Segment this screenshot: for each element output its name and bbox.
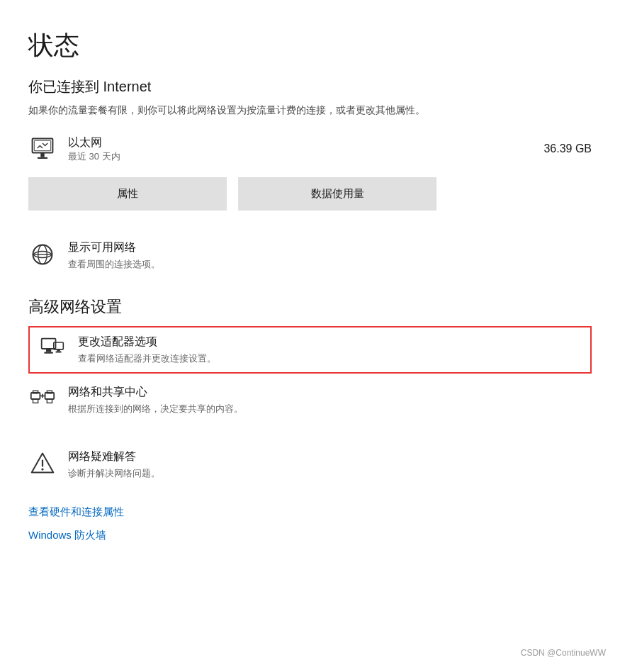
network-subtitle: 最近 30 天内 [68, 150, 120, 163]
show-networks-subtitle: 查看周围的连接选项。 [68, 258, 160, 271]
show-networks-item[interactable]: 显示可用网络 查看周围的连接选项。 [28, 232, 592, 279]
svg-rect-2 [38, 157, 47, 159]
show-networks-text: 显示可用网络 查看周围的连接选项。 [68, 240, 160, 271]
connected-description: 如果你的流量套餐有限，则你可以将此网络设置为按流量计费的连接，或者更改其他属性。 [28, 102, 453, 118]
sharing-icon [28, 385, 57, 413]
svg-rect-12 [56, 352, 62, 353]
sharing-text: 网络和共享中心 根据所连接到的网络，决定要共享的内容。 [68, 385, 243, 415]
hardware-link[interactable]: 查看硬件和连接属性 [28, 505, 592, 519]
troubleshoot-text: 网络疑难解答 诊断并解决网络问题。 [68, 449, 160, 480]
troubleshoot-title: 网络疑难解答 [68, 449, 160, 464]
sharing-item[interactable]: 网络和共享中心 根据所连接到的网络，决定要共享的内容。 [28, 376, 592, 424]
advanced-heading: 高级网络设置 [28, 296, 592, 318]
network-info: 以太网 最近 30 天内 [68, 135, 120, 163]
adapter-section-highlighted[interactable]: 更改适配器选项 查看网络适配器并更改连接设置。 [28, 326, 592, 374]
sharing-title: 网络和共享中心 [68, 385, 243, 400]
troubleshoot-subtitle: 诊断并解决网络问题。 [68, 467, 160, 480]
svg-rect-11 [57, 349, 60, 352]
firewall-link[interactable]: Windows 防火墙 [28, 529, 592, 542]
adapter-icon [38, 335, 67, 363]
svg-rect-3 [34, 141, 50, 151]
adapter-item[interactable]: 更改适配器选项 查看网络适配器并更改连接设置。 [38, 335, 582, 365]
troubleshoot-item[interactable]: 网络疑难解答 诊断并解决网络问题。 [28, 441, 592, 488]
svg-point-24 [41, 469, 43, 471]
svg-rect-1 [40, 153, 44, 157]
svg-rect-9 [44, 352, 53, 354]
warning-icon [28, 449, 57, 478]
network-item-left: 以太网 最近 30 天内 [28, 135, 120, 163]
svg-rect-8 [46, 349, 51, 352]
svg-rect-15 [33, 391, 38, 394]
network-item: 以太网 最近 30 天内 36.39 GB [28, 135, 592, 163]
adapter-text: 更改适配器选项 查看网络适配器并更改连接设置。 [78, 335, 216, 365]
show-networks-title: 显示可用网络 [68, 240, 160, 255]
globe-icon [28, 240, 57, 269]
network-data-size: 36.39 GB [543, 142, 592, 155]
monitor-icon [28, 135, 57, 163]
watermark: CSDN @ContinueWW [521, 648, 606, 658]
adapter-title: 更改适配器选项 [78, 335, 216, 349]
button-row: 属性 数据使用量 [28, 177, 592, 211]
adapter-subtitle: 查看网络适配器并更改连接设置。 [78, 352, 216, 365]
svg-rect-18 [47, 391, 52, 394]
connected-heading: 你已连接到 Internet [28, 77, 592, 96]
sharing-subtitle: 根据所连接到的网络，决定要共享的内容。 [68, 403, 243, 415]
page-title: 状态 [28, 28, 592, 63]
properties-button[interactable]: 属性 [28, 177, 227, 211]
network-name: 以太网 [68, 135, 120, 150]
data-usage-button[interactable]: 数据使用量 [238, 177, 436, 211]
